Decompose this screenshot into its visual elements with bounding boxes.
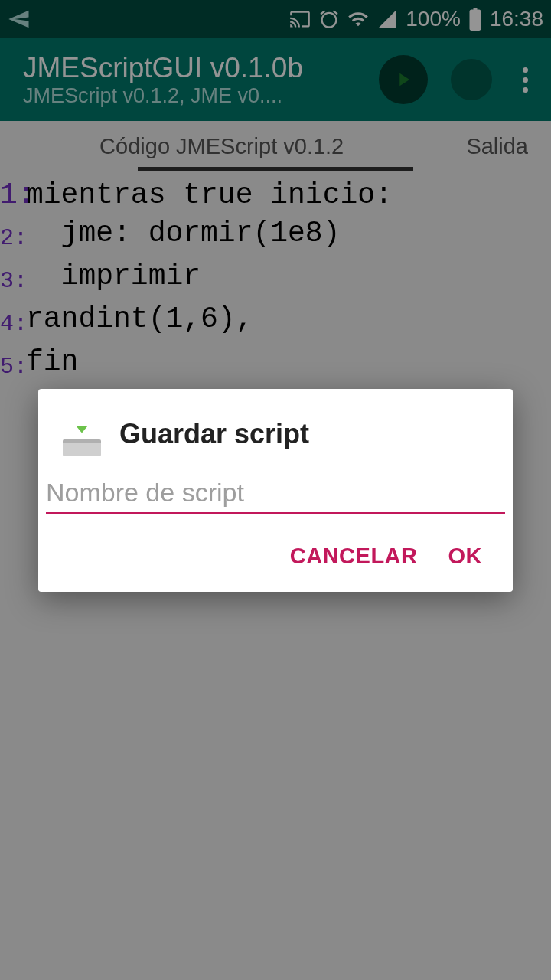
cancel-button[interactable]: CANCELAR [290,544,418,569]
script-name-input[interactable] [46,472,505,514]
save-download-icon [60,412,104,456]
dialog-title: Guardar script [119,418,309,450]
dialog-input-wrap [38,472,513,514]
dialog-actions: CANCELAR OK [38,514,513,584]
dialog-header: Guardar script [38,412,513,472]
ok-button[interactable]: OK [448,544,483,569]
save-script-dialog: Guardar script CANCELAR OK [38,389,513,592]
